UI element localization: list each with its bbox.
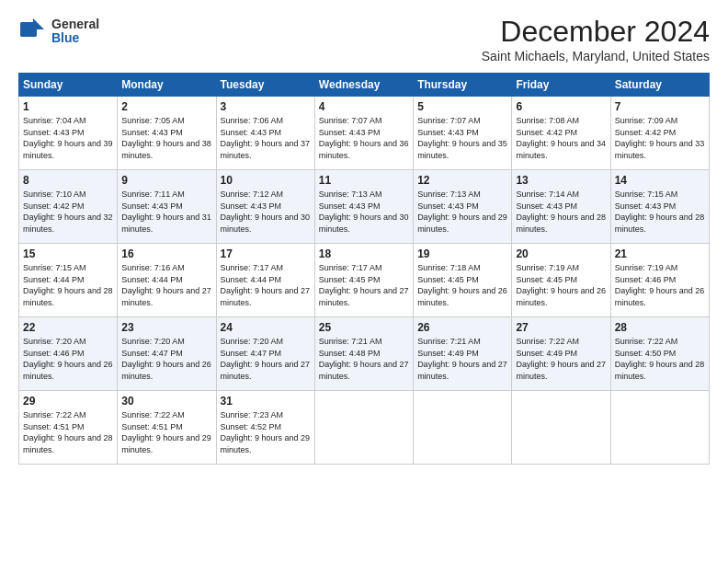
title-block: December 2024 Saint Michaels, Maryland, … [482, 15, 710, 63]
logo-general: General [51, 17, 99, 31]
calendar-cell: 5Sunrise: 7:07 AMSunset: 4:43 PMDaylight… [414, 97, 512, 170]
day-info: Sunrise: 7:22 AMSunset: 4:51 PMDaylight:… [23, 410, 113, 454]
calendar-cell: 1Sunrise: 7:04 AMSunset: 4:43 PMDaylight… [19, 97, 118, 170]
calendar-cell: 23Sunrise: 7:20 AMSunset: 4:47 PMDayligh… [118, 317, 216, 391]
week-row-2: 8Sunrise: 7:10 AMSunset: 4:42 PMDaylight… [19, 170, 710, 244]
calendar-cell: 31Sunrise: 7:23 AMSunset: 4:52 PMDayligh… [216, 391, 314, 465]
weekday-header-friday: Friday [512, 74, 610, 97]
calendar-cell: 8Sunrise: 7:10 AMSunset: 4:42 PMDaylight… [19, 170, 118, 244]
calendar-cell: 18Sunrise: 7:17 AMSunset: 4:45 PMDayligh… [314, 244, 413, 317]
day-info: Sunrise: 7:07 AMSunset: 4:43 PMDaylight:… [319, 116, 409, 160]
calendar-cell: 10Sunrise: 7:12 AMSunset: 4:43 PMDayligh… [216, 170, 314, 244]
week-row-1: 1Sunrise: 7:04 AMSunset: 4:43 PMDaylight… [19, 97, 710, 170]
weekday-header-monday: Monday [118, 74, 216, 97]
day-number: 28 [615, 321, 705, 334]
day-info: Sunrise: 7:15 AMSunset: 4:43 PMDaylight:… [615, 190, 705, 234]
day-number: 4 [319, 100, 409, 113]
logo: General Blue [18, 15, 99, 48]
day-number: 15 [23, 247, 113, 260]
day-info: Sunrise: 7:20 AMSunset: 4:46 PMDaylight:… [23, 337, 113, 381]
calendar-cell: 6Sunrise: 7:08 AMSunset: 4:42 PMDaylight… [512, 97, 610, 170]
week-row-3: 15Sunrise: 7:15 AMSunset: 4:44 PMDayligh… [19, 244, 710, 317]
calendar-cell: 16Sunrise: 7:16 AMSunset: 4:44 PMDayligh… [118, 244, 216, 317]
calendar-cell: 25Sunrise: 7:21 AMSunset: 4:48 PMDayligh… [314, 317, 413, 391]
day-info: Sunrise: 7:15 AMSunset: 4:44 PMDaylight:… [23, 263, 113, 307]
day-number: 25 [319, 321, 409, 334]
day-number: 24 [221, 321, 311, 334]
calendar-cell: 24Sunrise: 7:20 AMSunset: 4:47 PMDayligh… [216, 317, 314, 391]
calendar-cell: 13Sunrise: 7:14 AMSunset: 4:43 PMDayligh… [512, 170, 610, 244]
day-number: 20 [516, 247, 606, 260]
day-number: 17 [221, 247, 311, 260]
calendar-cell: 14Sunrise: 7:15 AMSunset: 4:43 PMDayligh… [610, 170, 709, 244]
calendar-cell: 29Sunrise: 7:22 AMSunset: 4:51 PMDayligh… [19, 391, 118, 465]
day-info: Sunrise: 7:17 AMSunset: 4:45 PMDaylight:… [319, 263, 409, 307]
svg-rect-2 [20, 22, 37, 37]
calendar-cell: 28Sunrise: 7:22 AMSunset: 4:50 PMDayligh… [610, 317, 709, 391]
week-row-4: 22Sunrise: 7:20 AMSunset: 4:46 PMDayligh… [19, 317, 710, 391]
day-number: 7 [615, 100, 705, 113]
day-number: 8 [23, 174, 113, 187]
day-number: 21 [615, 247, 705, 260]
calendar-cell: 27Sunrise: 7:22 AMSunset: 4:49 PMDayligh… [512, 317, 610, 391]
day-info: Sunrise: 7:07 AMSunset: 4:43 PMDaylight:… [417, 116, 507, 160]
logo-icon [18, 15, 48, 48]
day-number: 1 [23, 100, 113, 113]
calendar-cell: 21Sunrise: 7:19 AMSunset: 4:46 PMDayligh… [610, 244, 709, 317]
weekday-header-saturday: Saturday [610, 74, 709, 97]
day-number: 31 [221, 395, 311, 408]
calendar-cell [414, 391, 512, 465]
day-info: Sunrise: 7:22 AMSunset: 4:51 PMDaylight:… [121, 410, 211, 454]
subtitle: Saint Michaels, Maryland, United States [482, 49, 710, 63]
day-number: 29 [23, 395, 113, 408]
day-info: Sunrise: 7:12 AMSunset: 4:43 PMDaylight:… [221, 190, 311, 234]
day-info: Sunrise: 7:08 AMSunset: 4:42 PMDaylight:… [516, 116, 606, 160]
calendar-cell: 3Sunrise: 7:06 AMSunset: 4:43 PMDaylight… [216, 97, 314, 170]
day-number: 14 [615, 174, 705, 187]
day-info: Sunrise: 7:23 AMSunset: 4:52 PMDaylight:… [221, 410, 311, 454]
calendar-cell [512, 391, 610, 465]
day-number: 6 [516, 100, 606, 113]
calendar-cell [314, 391, 413, 465]
page: General Blue December 2024 Saint Michael… [0, 0, 728, 474]
day-number: 23 [121, 321, 211, 334]
calendar-cell: 12Sunrise: 7:13 AMSunset: 4:43 PMDayligh… [414, 170, 512, 244]
day-info: Sunrise: 7:16 AMSunset: 4:44 PMDaylight:… [121, 263, 211, 307]
weekday-header-sunday: Sunday [19, 74, 118, 97]
day-number: 16 [121, 247, 211, 260]
calendar-cell: 9Sunrise: 7:11 AMSunset: 4:43 PMDaylight… [118, 170, 216, 244]
calendar-cell: 30Sunrise: 7:22 AMSunset: 4:51 PMDayligh… [118, 391, 216, 465]
weekday-header-tuesday: Tuesday [216, 74, 314, 97]
day-number: 2 [121, 100, 211, 113]
day-info: Sunrise: 7:14 AMSunset: 4:43 PMDaylight:… [516, 190, 606, 234]
day-number: 12 [417, 174, 507, 187]
day-info: Sunrise: 7:21 AMSunset: 4:48 PMDaylight:… [319, 337, 409, 381]
day-info: Sunrise: 7:19 AMSunset: 4:46 PMDaylight:… [615, 263, 705, 307]
day-info: Sunrise: 7:13 AMSunset: 4:43 PMDaylight:… [319, 190, 409, 234]
day-number: 9 [121, 174, 211, 187]
calendar-cell: 17Sunrise: 7:17 AMSunset: 4:44 PMDayligh… [216, 244, 314, 317]
day-info: Sunrise: 7:19 AMSunset: 4:45 PMDaylight:… [516, 263, 606, 307]
day-info: Sunrise: 7:20 AMSunset: 4:47 PMDaylight:… [121, 337, 211, 381]
day-number: 11 [319, 174, 409, 187]
day-number: 26 [417, 321, 507, 334]
calendar-cell: 7Sunrise: 7:09 AMSunset: 4:42 PMDaylight… [610, 97, 709, 170]
calendar-cell: 11Sunrise: 7:13 AMSunset: 4:43 PMDayligh… [314, 170, 413, 244]
day-info: Sunrise: 7:22 AMSunset: 4:50 PMDaylight:… [615, 337, 705, 381]
day-info: Sunrise: 7:04 AMSunset: 4:43 PMDaylight:… [23, 116, 113, 160]
calendar-cell: 4Sunrise: 7:07 AMSunset: 4:43 PMDaylight… [314, 97, 413, 170]
calendar-cell: 26Sunrise: 7:21 AMSunset: 4:49 PMDayligh… [414, 317, 512, 391]
calendar-cell: 22Sunrise: 7:20 AMSunset: 4:46 PMDayligh… [19, 317, 118, 391]
day-info: Sunrise: 7:05 AMSunset: 4:43 PMDaylight:… [121, 116, 211, 160]
day-number: 18 [319, 247, 409, 260]
calendar-table: SundayMondayTuesdayWednesdayThursdayFrid… [18, 73, 710, 465]
day-info: Sunrise: 7:06 AMSunset: 4:43 PMDaylight:… [221, 116, 311, 160]
calendar-cell: 20Sunrise: 7:19 AMSunset: 4:45 PMDayligh… [512, 244, 610, 317]
weekday-header-wednesday: Wednesday [314, 74, 413, 97]
day-info: Sunrise: 7:20 AMSunset: 4:47 PMDaylight:… [221, 337, 311, 381]
week-row-5: 29Sunrise: 7:22 AMSunset: 4:51 PMDayligh… [19, 391, 710, 465]
weekday-header-row: SundayMondayTuesdayWednesdayThursdayFrid… [19, 74, 710, 97]
day-number: 10 [221, 174, 311, 187]
calendar-cell: 15Sunrise: 7:15 AMSunset: 4:44 PMDayligh… [19, 244, 118, 317]
day-number: 22 [23, 321, 113, 334]
